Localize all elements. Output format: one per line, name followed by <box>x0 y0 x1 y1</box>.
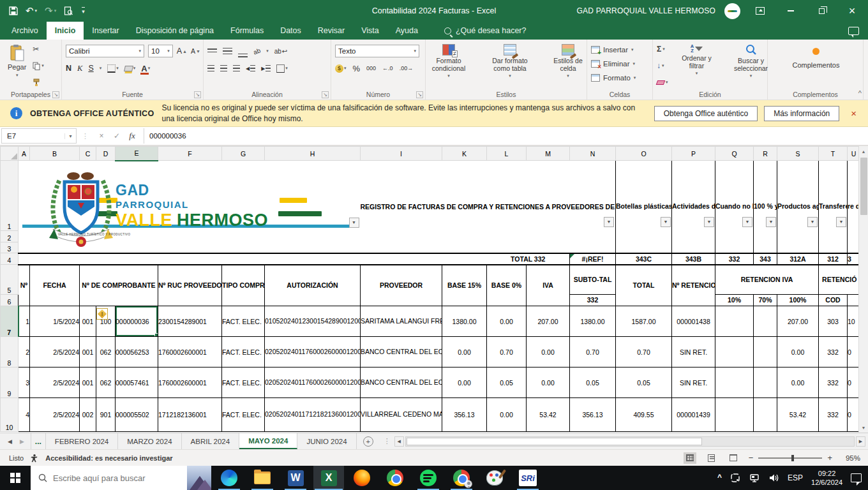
warning-close-icon[interactable]: × <box>846 108 862 119</box>
cell[interactable]: 409.55 <box>616 398 672 432</box>
column-header-t[interactable]: T <box>819 147 848 161</box>
cell[interactable]: 000057461 <box>116 368 158 398</box>
account-avatar[interactable] <box>724 3 740 19</box>
filter-dropdown-n1[interactable]: ▼ <box>604 217 614 227</box>
name-box-dropdown-icon[interactable]: ▾ <box>64 133 76 139</box>
row-header-9[interactable]: 9 <box>1 368 19 398</box>
col-header-iva[interactable]: IVA <box>527 265 570 306</box>
cell[interactable]: 000056253 <box>116 337 158 368</box>
increase-indent-button[interactable]: ▶ <box>261 65 271 72</box>
hscroll-track[interactable] <box>405 436 855 447</box>
scroll-up-icon[interactable]: ▲ <box>859 146 868 156</box>
redo-button[interactable]: ↷▾ <box>45 5 56 17</box>
cell[interactable]: 0.05 <box>487 368 527 398</box>
cell[interactable]: 0.70 <box>616 337 672 368</box>
code-cell[interactable]: 343C <box>616 253 672 265</box>
cell[interactable]: 0.05 <box>616 368 672 398</box>
select-all-corner[interactable] <box>1 147 19 161</box>
row-header-8[interactable]: 8 <box>1 337 19 368</box>
cell[interactable]: 001 <box>80 368 96 398</box>
cell[interactable] <box>754 368 777 398</box>
filter-dropdown-h1[interactable]: ▼ <box>349 218 359 228</box>
insert-cells-button[interactable]: + Insertar ▾ <box>591 43 650 56</box>
align-middle-button[interactable] <box>223 48 232 55</box>
undo-dropdown-icon[interactable]: ▾ <box>35 8 38 13</box>
confirm-entry-icon[interactable]: ✓ <box>109 131 124 140</box>
cell[interactable]: 332 <box>819 337 848 368</box>
cell[interactable] <box>754 306 777 337</box>
cell[interactable]: SARITAMA LALANGUI FREDDY PAUL <box>361 306 442 337</box>
tab-formulas[interactable]: Fórmulas <box>222 22 272 40</box>
search-input[interactable] <box>53 473 187 483</box>
taskbar-explorer[interactable] <box>247 466 278 490</box>
header-agricolas[interactable]: Productos agricoilas o Pecuarias 1%▼ <box>777 161 819 253</box>
cell[interactable]: 0205202401176000260000120010620000562531… <box>265 337 361 368</box>
sheet-tab-marzo[interactable]: MARZO 2024 <box>118 433 181 449</box>
cell[interactable]: 3 <box>19 368 30 398</box>
cell[interactable]: 356.13 <box>442 398 487 432</box>
merge-center-button[interactable]: ▾ <box>276 64 288 73</box>
cell[interactable]: 303 <box>819 306 848 337</box>
cell[interactable] <box>715 306 754 337</box>
header-sin-retencion[interactable]: Cuando no hay retención▼ <box>715 161 754 253</box>
cell[interactable]: 356.13 <box>570 398 616 432</box>
column-header-i[interactable]: I <box>361 147 442 161</box>
comma-style-button[interactable]: 000 <box>366 65 376 71</box>
cell[interactable] <box>754 398 777 432</box>
hscroll-thumb[interactable] <box>407 438 703 445</box>
tray-expand-icon[interactable]: ^ <box>717 473 722 482</box>
cell[interactable]: 001 <box>80 337 96 368</box>
logo-cell[interactable]: VALLE HERMOSO TURÍSTICO Y PRODUCTIVO GAD… <box>19 161 361 253</box>
language-indicator[interactable]: ESP <box>788 473 803 482</box>
vertical-scroll-thumb[interactable] <box>860 158 867 215</box>
column-header-c[interactable]: C <box>80 147 96 161</box>
align-bottom-button[interactable] <box>238 54 248 59</box>
col-header-tipo[interactable]: TIPO COMPROB. <box>222 265 265 306</box>
align-center-button[interactable] <box>220 65 227 72</box>
filter-dropdown-p1[interactable]: ▼ <box>704 217 714 227</box>
insert-function-icon[interactable]: fx <box>124 131 140 141</box>
col-header-n[interactable]: Nº <box>19 265 30 306</box>
cell[interactable]: 53.42 <box>777 398 819 432</box>
fill-color-button[interactable]: ▾ <box>124 66 136 71</box>
taskbar-firefox[interactable] <box>347 466 377 490</box>
col-header-10[interactable]: 10% <box>715 295 754 306</box>
zoom-slider[interactable] <box>758 457 822 459</box>
cell[interactable]: 0105202401230015428900120011000000000368… <box>265 306 361 337</box>
percent-style-button[interactable]: % <box>353 64 361 73</box>
taskbar-search[interactable] <box>31 466 211 490</box>
wrap-text-button[interactable]: ab↩ <box>274 48 288 55</box>
row-header-1[interactable]: 1 <box>1 161 19 231</box>
cell[interactable]: 1/5/2024 <box>30 306 80 337</box>
font-size-select[interactable]: 10▾ <box>148 45 173 57</box>
fill-handle[interactable] <box>154 333 158 337</box>
row-header-5[interactable]: 5 <box>1 265 19 295</box>
hscroll-right-icon[interactable]: ▶ <box>856 436 865 447</box>
tab-inicio[interactable]: Inicio <box>47 22 84 40</box>
cell[interactable]: 0.00 <box>777 337 819 368</box>
cell[interactable]: 000001439 <box>672 398 715 432</box>
code-cell[interactable]: 312 <box>819 253 848 265</box>
cell[interactable]: 001 <box>80 306 96 337</box>
account-name[interactable]: GAD PARROQUIAL VALLE HERMOSO <box>577 6 715 15</box>
column-header-d[interactable]: D <box>96 147 116 161</box>
cell[interactable]: 53.42 <box>527 398 570 432</box>
increase-decimal-button[interactable]: ←.0 <box>382 65 393 71</box>
tab-split-grip[interactable]: ⋮ <box>380 433 394 449</box>
cell[interactable]: 332 <box>819 368 848 398</box>
filter-dropdown-o1[interactable]: ▼ <box>661 217 671 227</box>
borders-button[interactable]: ▾ <box>107 64 119 73</box>
col-header-subtotal-code[interactable]: 332 <box>570 295 616 306</box>
font-name-select[interactable]: Calibri▾ <box>66 45 144 57</box>
taskbar-excel[interactable]: X <box>313 466 344 490</box>
sheet-nav-prev-icon[interactable]: ◀ <box>8 438 12 445</box>
ref-error-cell[interactable]: #¡REF! <box>570 253 616 265</box>
column-header-e[interactable]: E <box>116 147 158 161</box>
vertical-scrollbar[interactable]: ▲ ▼ <box>858 146 868 433</box>
cell[interactable]: 0.00 <box>527 337 570 368</box>
cell[interactable] <box>715 368 754 398</box>
search-daily-image[interactable] <box>187 466 211 490</box>
taskbar-paint[interactable] <box>479 466 510 490</box>
paste-dropdown-icon[interactable]: ▾ <box>16 73 19 78</box>
alignment-dialog-launcher[interactable]: ↘ <box>322 91 329 98</box>
